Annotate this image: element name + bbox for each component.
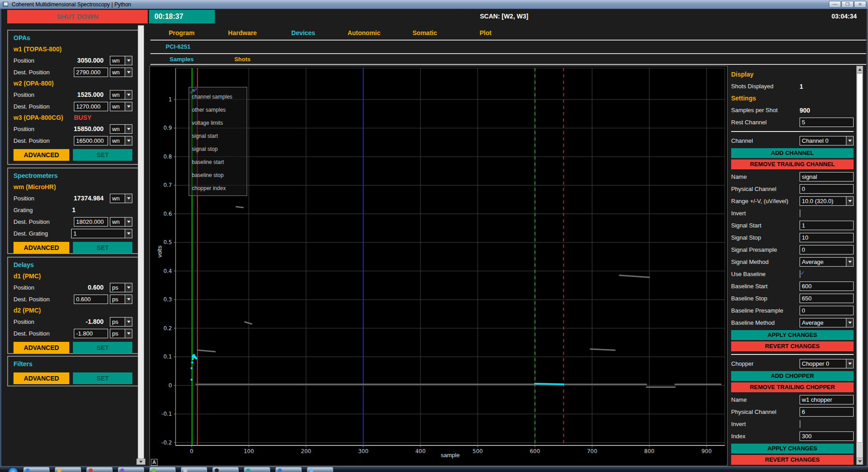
autoscale-button[interactable]: A: [151, 459, 158, 466]
chevron-down-icon[interactable]: [125, 295, 132, 304]
range-select[interactable]: 10.0 (320.0): [800, 196, 854, 206]
close-icon[interactable]: ✕: [854, 1, 866, 8]
d2-dest-input[interactable]: -1.800: [74, 329, 108, 338]
delays-set-button[interactable]: SET: [73, 342, 132, 354]
w2-dest-input[interactable]: 1270.000: [74, 102, 108, 111]
taskbar-app-button[interactable]: [86, 467, 113, 472]
chevron-down-icon[interactable]: [125, 136, 132, 145]
chopper-physical-input[interactable]: 6: [800, 407, 854, 417]
wm-dest-grating-select[interactable]: 1: [71, 229, 132, 238]
tab-plot[interactable]: Plot: [455, 27, 516, 39]
w2-dest-units-select[interactable]: wn: [110, 102, 132, 111]
scroll-up-icon[interactable]: [856, 66, 863, 73]
w2-position-units-select[interactable]: wn: [110, 90, 132, 100]
rest-channel-input[interactable]: 5: [800, 118, 854, 127]
chevron-down-icon[interactable]: [125, 194, 132, 203]
d2-dest-units-select[interactable]: ps: [110, 329, 132, 338]
chevron-down-icon[interactable]: [125, 102, 132, 111]
d2-position-units-select[interactable]: ps: [110, 317, 132, 327]
chevron-down-icon[interactable]: [125, 229, 132, 238]
add-chopper-button[interactable]: ADD CHOPPER: [731, 371, 854, 381]
taskbar-app-button[interactable]: [307, 467, 333, 472]
use-baseline-checkbox[interactable]: [800, 270, 800, 278]
chevron-down-icon[interactable]: [846, 136, 853, 145]
taskbar-app-button[interactable]: [55, 467, 81, 472]
physical-channel-input[interactable]: 0: [800, 184, 854, 194]
wm-dest-units-select[interactable]: wn: [110, 217, 132, 227]
spectrometers-set-button[interactable]: SET: [73, 242, 132, 254]
chopper-apply-changes-button[interactable]: APPLY CHANGES: [731, 444, 854, 454]
apply-changes-button[interactable]: APPLY CHANGES: [731, 330, 854, 340]
tab-pci-6251[interactable]: PCI-6251: [166, 43, 190, 50]
chevron-down-icon[interactable]: [125, 68, 132, 77]
chevron-down-icon[interactable]: [125, 91, 132, 99]
signal-stop-input[interactable]: 10: [800, 233, 854, 242]
chopper-revert-changes-button[interactable]: REVERT CHANGES: [731, 455, 854, 465]
chevron-down-icon[interactable]: [125, 56, 132, 65]
taskbar-app-button[interactable]: [23, 467, 50, 472]
d1-position-units-select[interactable]: ps: [110, 283, 132, 292]
tab-samples[interactable]: Samples: [151, 55, 212, 64]
w3-dest-input[interactable]: 16500.000: [74, 136, 108, 145]
d1-dest-units-select[interactable]: ps: [110, 295, 132, 304]
chevron-down-icon[interactable]: [125, 218, 132, 226]
chopper-invert-checkbox[interactable]: [800, 420, 800, 428]
sidebar-scrollbar[interactable]: [138, 25, 144, 465]
chevron-down-icon[interactable]: [125, 318, 132, 326]
window-titlebar[interactable]: Coherent Multidimensional Spectroscopy |…: [0, 0, 868, 9]
taskbar-app-button[interactable]: [276, 467, 302, 472]
minimize-icon[interactable]: —: [829, 1, 841, 8]
w1-position-units-select[interactable]: wn: [110, 56, 132, 65]
chopper-index-input[interactable]: 300: [800, 431, 854, 441]
tab-autonomic[interactable]: Autonomic: [334, 27, 394, 39]
restore-icon[interactable]: ❐: [841, 1, 854, 8]
baseline-stop-input[interactable]: 650: [800, 294, 854, 303]
add-channel-button[interactable]: ADD CHANNEL: [731, 148, 854, 158]
taskbar-app-button[interactable]: [149, 467, 176, 472]
w3-dest-units-select[interactable]: wn: [110, 136, 132, 145]
w3-position-units-select[interactable]: wn: [110, 124, 132, 134]
baseline-start-input[interactable]: 600: [800, 281, 854, 291]
signal-method-select[interactable]: Average: [800, 257, 854, 267]
channel-name-input[interactable]: signal: [800, 172, 854, 182]
taskbar-app-button[interactable]: [244, 467, 270, 472]
baseline-presample-input[interactable]: 0: [800, 306, 854, 315]
scroll-down-icon[interactable]: [136, 458, 145, 465]
signal-presample-input[interactable]: 0: [800, 245, 854, 254]
w1-dest-units-select[interactable]: wn: [110, 68, 132, 77]
baseline-method-select[interactable]: Average: [800, 318, 854, 327]
samples-plot[interactable]: -0.2-0.100.10.20.30.40.50.60.70.80.91010…: [149, 66, 728, 466]
opas-advanced-button[interactable]: ADVANCED: [14, 149, 69, 161]
tab-devices[interactable]: Devices: [273, 27, 334, 39]
chopper-name-input[interactable]: w1 chopper: [800, 395, 854, 404]
channel-select[interactable]: Channel 0: [800, 136, 854, 145]
chevron-down-icon[interactable]: [846, 359, 853, 368]
chevron-down-icon[interactable]: [846, 318, 853, 327]
spectrometers-advanced-button[interactable]: ADVANCED: [14, 242, 69, 254]
tab-program[interactable]: Program: [151, 27, 212, 39]
tab-shots[interactable]: Shots: [212, 55, 273, 64]
invert-checkbox[interactable]: [800, 209, 800, 217]
revert-changes-button[interactable]: REVERT CHANGES: [731, 341, 854, 351]
wm-dest-input[interactable]: 18020.000: [74, 217, 108, 227]
scrollbar-thumb[interactable]: [857, 73, 863, 443]
remove-trailing-chopper-button[interactable]: REMOVE TRAILING CHOPPER: [731, 382, 854, 392]
shutdown-button[interactable]: SHUT DOWN: [7, 10, 148, 23]
chevron-down-icon[interactable]: [125, 125, 132, 133]
wm-position-units-select[interactable]: wn: [110, 194, 132, 203]
chevron-down-icon[interactable]: [846, 258, 853, 266]
chevron-down-icon[interactable]: [846, 197, 853, 205]
taskbar-app-button[interactable]: [181, 467, 207, 472]
d1-dest-input[interactable]: 0.600: [74, 295, 108, 304]
taskbar-app-button[interactable]: [118, 467, 144, 472]
tab-somatic[interactable]: Somatic: [394, 27, 455, 39]
chopper-select[interactable]: Chopper 0: [800, 359, 854, 368]
filters-advanced-button[interactable]: ADVANCED: [14, 372, 69, 384]
signal-start-input[interactable]: 1: [800, 221, 854, 230]
delays-advanced-button[interactable]: ADVANCED: [14, 342, 69, 354]
chevron-down-icon[interactable]: [125, 283, 132, 292]
tab-hardware[interactable]: Hardware: [212, 27, 273, 39]
taskbar-app-button[interactable]: [212, 467, 239, 472]
opas-set-button[interactable]: SET: [73, 149, 132, 161]
w1-dest-input[interactable]: 2790.000: [74, 68, 108, 77]
